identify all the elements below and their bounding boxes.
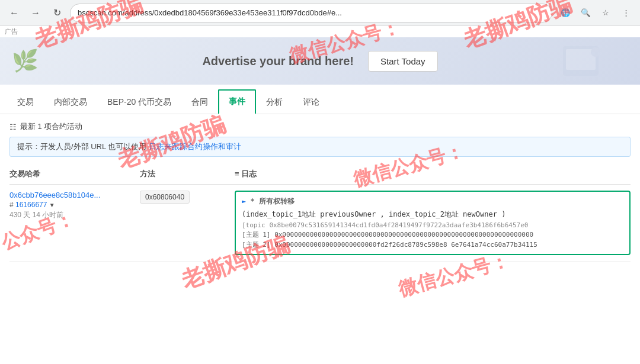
col-method-header: 方法: [140, 169, 235, 179]
log-title: ► * 所有权转移: [242, 197, 623, 207]
log-topic0-val: 0x8be0079c531659141344cd1fd0a4f28419497f…: [269, 221, 528, 229]
tx-time: 430 天 14 小时前: [9, 210, 140, 220]
info-box: 提示：开发人员/外部 URL 也可以使用 日志来跟踪合约操作和审计: [9, 137, 631, 157]
tab-bep20[interactable]: BEP-20 代币交易: [97, 91, 181, 114]
ad-banner-text: Advertise your brand here!: [202, 54, 354, 68]
col-logs-header: ≡ 日志: [235, 169, 631, 179]
content-area: ☷ 最新 1 项合约活动 提示：开发人员/外部 URL 也可以使用 日志来跟踪合…: [0, 114, 640, 269]
ad-banner: 🌿 Advertise your brand here! Start Today: [0, 37, 640, 85]
tab-jiayi[interactable]: 交易: [7, 91, 44, 114]
logs-cell: ► * 所有权转移 (index_topic_1地址 previousOwner…: [235, 191, 631, 255]
tx-block: # 16166677 ▼: [9, 201, 140, 209]
tab-hetong[interactable]: 合同: [181, 91, 218, 114]
log-params: (index_topic_1地址 previousOwner , index_t…: [242, 209, 623, 220]
log-topic1: [主题 1] 0x0000000000000000000000000000000…: [242, 230, 623, 239]
tab-shijian[interactable]: 事件: [218, 89, 256, 114]
browser-actions: 🌐 🔍 ☆ ⋮: [557, 5, 634, 21]
ad-decoration-graphic: [557, 43, 604, 79]
log-topic2-label: [主题 2]: [242, 241, 271, 249]
address-input[interactable]: [70, 4, 552, 22]
tabs-nav: 交易 内部交易 BEP-20 代币交易 合同 事件 分析 评论: [0, 89, 640, 114]
block-num-link[interactable]: 16166677: [15, 201, 47, 209]
log-topic2-val: 0x000000000000000000000000fd2f26dc8789c5…: [274, 241, 537, 249]
tab-fenxi[interactable]: 分析: [256, 91, 293, 114]
search-button[interactable]: 🔍: [577, 5, 594, 21]
method-cell: 0x60806040: [140, 191, 235, 255]
tab-neibu[interactable]: 内部交易: [44, 91, 97, 114]
col-txhash-header: 交易哈希: [9, 169, 140, 179]
info-text: 提示：开发人员/外部 URL 也可以使用: [17, 142, 149, 151]
filter-row: ☷ 最新 1 项合约活动: [9, 121, 631, 132]
txhash-cell: 0x6cbb76eee8c58b104e... # 16166677 ▼ 430…: [9, 191, 140, 255]
log-arrow-icon: ►: [242, 197, 246, 205]
log-topic1-label: [主题 1]: [242, 231, 271, 239]
log-topic0: [topic 0x8be0079c531659141344cd1fd0a4f28…: [242, 221, 623, 229]
start-today-button[interactable]: Start Today: [368, 51, 438, 72]
forward-button[interactable]: →: [27, 5, 44, 21]
log-params-text: (index_topic_1地址 previousOwner , index_t…: [242, 210, 505, 218]
log-box: ► * 所有权转移 (index_topic_1地址 previousOwner…: [235, 191, 631, 255]
filter-triangle-icon: ▼: [49, 202, 55, 208]
browser-bar: ← → ↻ 🌐 🔍 ☆ ⋮: [0, 0, 640, 26]
translate-button[interactable]: 🌐: [557, 5, 574, 21]
tab-pinglun[interactable]: 评论: [293, 91, 329, 114]
log-topic0-label: [topic: [242, 221, 265, 229]
method-badge: 0x60806040: [140, 191, 190, 204]
table-row: 0x6cbb76eee8c58b104e... # 16166677 ▼ 430…: [9, 185, 631, 262]
filter-icon: ☷: [9, 123, 17, 131]
log-title-text: * 所有权转移: [250, 197, 294, 205]
table-header: 交易哈希 方法 ≡ 日志: [9, 164, 631, 185]
svg-point-2: [591, 47, 600, 57]
block-hash-symbol: #: [9, 201, 14, 209]
filter-label: 最新 1 项合约活动: [20, 121, 82, 132]
reload-button[interactable]: ↻: [49, 5, 65, 21]
menu-button[interactable]: ⋮: [617, 5, 634, 21]
star-button[interactable]: ☆: [597, 5, 614, 21]
log-topic2: [主题 2] 0x000000000000000000000000fd2f26d…: [242, 240, 623, 249]
ad-label: 广告: [0, 26, 640, 37]
back-button[interactable]: ←: [6, 5, 23, 21]
ad-decoration-leaf: 🌿: [12, 49, 39, 73]
tx-hash-link[interactable]: 0x6cbb76eee8c58b104e...: [9, 191, 140, 199]
log-topic1-val: 0x00000000000000000000000000000000000000…: [274, 231, 533, 239]
info-link[interactable]: 日志来跟踪合约操作和审计: [149, 142, 241, 151]
